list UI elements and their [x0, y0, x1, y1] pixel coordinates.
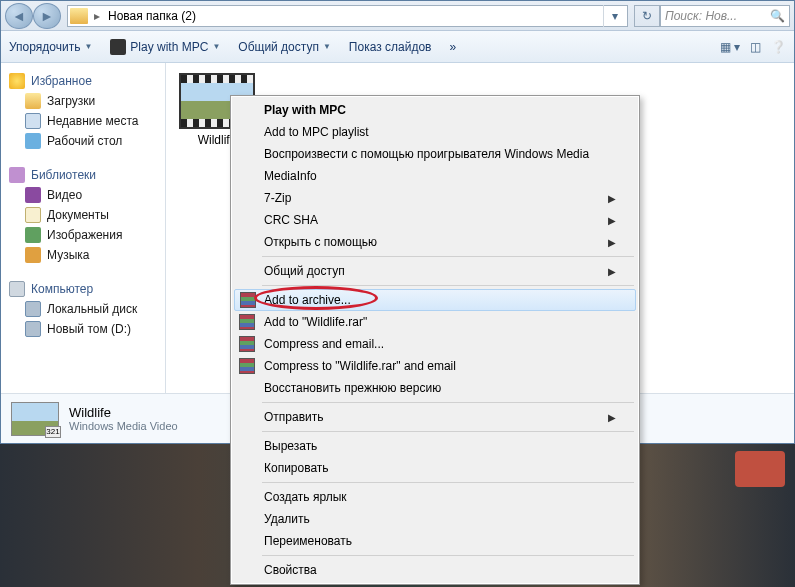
nav-back-button[interactable]: ◄ — [5, 3, 33, 29]
search-icon: 🔍 — [770, 9, 785, 23]
breadcrumb-sep: ▸ — [92, 9, 102, 23]
context-item-label: Создать ярлык — [264, 490, 347, 504]
preview-pane-icon[interactable]: ◫ — [750, 40, 761, 54]
recent-icon — [25, 113, 41, 129]
context-item-label: Отправить — [264, 410, 324, 424]
context-item-label: Открыть с помощью — [264, 235, 377, 249]
breadcrumb-current[interactable]: Новая папка (2) — [102, 9, 202, 23]
context-item-label: Переименовать — [264, 534, 352, 548]
context-item-label: Compress and email... — [264, 337, 384, 351]
context-item[interactable]: Общий доступ▶ — [234, 260, 636, 282]
slideshow-button[interactable]: Показ слайдов — [349, 40, 432, 54]
titlebar: ◄ ► ▸ Новая папка (2) ▾ ↻ Поиск: Нов... … — [1, 1, 794, 31]
libraries-icon — [9, 167, 25, 183]
context-item[interactable]: Удалить — [234, 508, 636, 530]
context-item[interactable]: Отправить▶ — [234, 406, 636, 428]
context-item[interactable]: Воспроизвести с помощью проигрывателя Wi… — [234, 143, 636, 165]
context-item[interactable]: Add to MPC playlist — [234, 121, 636, 143]
sidebar-item-images[interactable]: Изображения — [5, 225, 161, 245]
rar-icon — [239, 358, 255, 374]
desktop-widget — [735, 451, 785, 487]
context-separator — [262, 285, 634, 286]
context-item[interactable]: Создать ярлык — [234, 486, 636, 508]
hdd-icon — [25, 321, 41, 337]
submenu-arrow-icon: ▶ — [608, 412, 616, 423]
sidebar-item-downloads[interactable]: Загрузки — [5, 91, 161, 111]
address-bar[interactable]: ▸ Новая папка (2) ▾ — [67, 5, 628, 27]
context-item[interactable]: Play with MPC — [234, 99, 636, 121]
rar-icon — [240, 292, 256, 308]
sidebar-item-desktop[interactable]: Рабочий стол — [5, 131, 161, 151]
video-icon — [25, 187, 41, 203]
context-separator — [262, 256, 634, 257]
sidebar-item-documents[interactable]: Документы — [5, 205, 161, 225]
context-item[interactable]: MediaInfo — [234, 165, 636, 187]
context-item-label: MediaInfo — [264, 169, 317, 183]
submenu-arrow-icon: ▶ — [608, 215, 616, 226]
sidebar-item-recent[interactable]: Недавние места — [5, 111, 161, 131]
context-item[interactable]: Копировать — [234, 457, 636, 479]
context-item[interactable]: Восстановить прежнюю версию — [234, 377, 636, 399]
submenu-arrow-icon: ▶ — [608, 237, 616, 248]
view-icon[interactable]: ▦ ▾ — [720, 40, 740, 54]
context-separator — [262, 482, 634, 483]
context-item-label: Play with MPC — [264, 103, 346, 117]
star-icon — [9, 73, 25, 89]
context-item-label: Удалить — [264, 512, 310, 526]
context-item[interactable]: Открыть с помощью▶ — [234, 231, 636, 253]
context-item-label: CRC SHA — [264, 213, 318, 227]
details-thumb-icon: 321 — [11, 402, 59, 436]
sidebar-item-localdisk[interactable]: Локальный диск — [5, 299, 161, 319]
context-item[interactable]: Add to "Wildlife.rar" — [234, 311, 636, 333]
play-mpc-button[interactable]: Play with MPC▼ — [110, 39, 220, 55]
context-item-label: Add to "Wildlife.rar" — [264, 315, 367, 329]
context-item-label: Compress to "Wildlife.rar" and email — [264, 359, 456, 373]
help-icon[interactable]: ❔ — [771, 40, 786, 54]
sidebar: Избранное Загрузки Недавние места Рабочи… — [1, 63, 166, 393]
computer-icon — [9, 281, 25, 297]
folder-icon — [70, 8, 88, 24]
hdd-icon — [25, 301, 41, 317]
context-item-label: Общий доступ — [264, 264, 345, 278]
nav-forward-button[interactable]: ► — [33, 3, 61, 29]
rar-icon — [239, 336, 255, 352]
music-icon — [25, 247, 41, 263]
context-item[interactable]: Свойства — [234, 559, 636, 581]
sidebar-favorites[interactable]: Избранное — [5, 71, 161, 91]
toolbar-overflow[interactable]: » — [449, 40, 456, 54]
share-button[interactable]: Общий доступ▼ — [238, 40, 331, 54]
refresh-button[interactable]: ↻ — [634, 5, 660, 27]
context-item[interactable]: Add to archive... — [234, 289, 636, 311]
sidebar-item-video[interactable]: Видео — [5, 185, 161, 205]
context-item-label: Восстановить прежнюю версию — [264, 381, 441, 395]
sidebar-item-music[interactable]: Музыка — [5, 245, 161, 265]
sidebar-libraries[interactable]: Библиотеки — [5, 165, 161, 185]
context-separator — [262, 402, 634, 403]
search-placeholder: Поиск: Нов... — [665, 9, 737, 23]
context-item-label: Копировать — [264, 461, 329, 475]
address-dropdown[interactable]: ▾ — [603, 5, 625, 27]
context-item-label: 7-Zip — [264, 191, 291, 205]
context-item-label: Add to MPC playlist — [264, 125, 369, 139]
rar-icon — [239, 314, 255, 330]
organize-button[interactable]: Упорядочить▼ — [9, 40, 92, 54]
context-item-label: Воспроизвести с помощью проигрывателя Wi… — [264, 147, 589, 161]
context-item[interactable]: Compress to "Wildlife.rar" and email — [234, 355, 636, 377]
sidebar-computer[interactable]: Компьютер — [5, 279, 161, 299]
context-menu: Play with MPCAdd to MPC playlistВоспроиз… — [230, 95, 640, 585]
submenu-arrow-icon: ▶ — [608, 266, 616, 277]
search-input[interactable]: Поиск: Нов... 🔍 — [660, 5, 790, 27]
details-filetype: Windows Media Video — [69, 420, 178, 432]
details-filename: Wildlife — [69, 405, 178, 420]
images-icon — [25, 227, 41, 243]
context-item[interactable]: Переименовать — [234, 530, 636, 552]
context-item-label: Вырезать — [264, 439, 317, 453]
context-item[interactable]: 7-Zip▶ — [234, 187, 636, 209]
context-separator — [262, 555, 634, 556]
sidebar-item-volume-d[interactable]: Новый том (D:) — [5, 319, 161, 339]
context-item[interactable]: Compress and email... — [234, 333, 636, 355]
context-item[interactable]: Вырезать — [234, 435, 636, 457]
mpc-icon — [110, 39, 126, 55]
context-item[interactable]: CRC SHA▶ — [234, 209, 636, 231]
desktop-icon — [25, 133, 41, 149]
